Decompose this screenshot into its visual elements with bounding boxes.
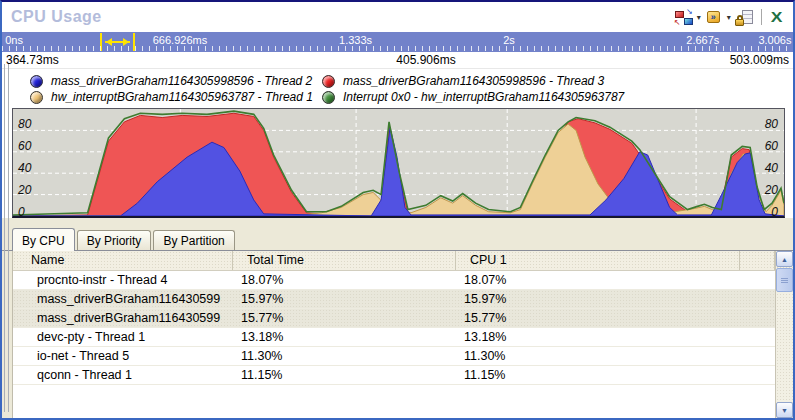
y-tick-label: 40 [765, 162, 778, 174]
cell-empty [740, 290, 775, 308]
y-tick-label: 20 [765, 184, 778, 196]
table-scrollbar[interactable]: ▲ ▼ [775, 251, 793, 418]
close-icon[interactable]: X [768, 9, 785, 26]
scroll-thumb[interactable] [776, 268, 793, 292]
y-tick-label: 0 [18, 206, 25, 218]
cell-name: io-net - Thread 5 [13, 347, 233, 365]
y-tick-label: 80 [18, 118, 31, 130]
ruler-tick-label: 2s [503, 34, 515, 46]
legend-item[interactable]: mass_driverBGraham1164305998596 - Thread… [322, 74, 793, 88]
cell-cpu-1: 13.18% [456, 328, 740, 346]
cell-cpu-1: 18.07% [456, 271, 740, 289]
cell-cpu-1: 11.30% [456, 347, 740, 365]
tab-by-partition[interactable]: By Partition [153, 230, 234, 250]
cell-total-time: 11.30% [233, 347, 456, 365]
tab-by-priority[interactable]: By Priority [77, 230, 152, 250]
time-cursor: 405.906ms [396, 53, 455, 67]
ruler-tick-label: 2.667s [686, 34, 719, 46]
time-end: 503.009ms [730, 53, 789, 67]
legend-item[interactable]: Interrupt 0x0 - hw_interruptBGraham11643… [322, 90, 793, 104]
column-header-name[interactable]: Name [13, 251, 233, 270]
y-tick-label: 60 [765, 140, 778, 152]
pane-display-button[interactable]: » [705, 9, 723, 26]
cell-cpu-1: 15.97% [456, 290, 740, 308]
table-row[interactable]: mass_driverBGraham11643059915.97%15.97% [13, 290, 775, 309]
cell-total-time: 15.77% [233, 309, 456, 327]
table-row[interactable]: devc-pty - Thread 113.18%13.18% [13, 328, 775, 347]
y-tick-label: 40 [18, 162, 31, 174]
column-header-total-time[interactable]: Total Time [233, 251, 456, 270]
cell-empty [740, 271, 775, 289]
cell-empty [740, 347, 775, 365]
swap-panes-button[interactable]: ↘ ↖ [675, 9, 693, 26]
table-row[interactable]: mass_driverBGraham11643059915.77%15.77% [13, 309, 775, 328]
toolbar-separator [761, 9, 762, 25]
cpu-table: NameTotal TimeCPU 1procnto-instr - Threa… [13, 251, 775, 418]
legend-label: mass_driverBGraham1164305998596 - Thread… [343, 74, 604, 88]
legend-dot-icon [30, 91, 43, 104]
table-row[interactable]: io-net - Thread 511.30%11.30% [13, 347, 775, 366]
legend-label: Interrupt 0x0 - hw_interruptBGraham11643… [343, 90, 624, 104]
cell-name: mass_driverBGraham116430599 [13, 309, 233, 327]
cpu-usage-view: CPU Usage ↘ ↖ ▾ » ▾ X 0ns666.926ms1.333s [0, 0, 795, 420]
cell-name: mass_driverBGraham116430599 [13, 290, 233, 308]
ruler-tick-label: 0ns [5, 34, 23, 46]
y-tick-label: 20 [18, 184, 31, 196]
legend-label: mass_driverBGraham1164305998596 - Thread… [51, 74, 312, 88]
legend-item[interactable]: hw_interruptBGraham1164305963787 - Threa… [30, 90, 322, 104]
cell-name: procnto-instr - Thread 4 [13, 271, 233, 289]
view-title-bar: CPU Usage ↘ ↖ ▾ » ▾ X [2, 2, 793, 32]
swap-panes-dropdown[interactable]: ▾ [696, 9, 702, 26]
cell-empty [740, 328, 775, 346]
y-tick-label: 80 [765, 118, 778, 130]
y-tick-label: 0 [771, 206, 778, 218]
cell-empty [740, 309, 775, 327]
ruler-tick-label: 1.333s [339, 34, 372, 46]
legend-dot-icon [322, 91, 335, 104]
cell-cpu-1: 15.77% [456, 309, 740, 327]
cell-name: qconn - Thread 1 [13, 366, 233, 384]
y-tick-label: 60 [18, 140, 31, 152]
cell-name: devc-pty - Thread 1 [13, 328, 233, 346]
time-readout-row: 364.73ms 405.906ms 503.009ms [2, 52, 793, 69]
table-header-row: NameTotal TimeCPU 1 [13, 251, 775, 271]
legend: mass_driverBGraham1164305998596 - Thread… [2, 69, 793, 106]
legend-label: hw_interruptBGraham1164305963787 - Threa… [51, 90, 313, 104]
table-row[interactable]: procnto-instr - Thread 418.07%18.07% [13, 271, 775, 290]
table-row[interactable]: qconn - Thread 111.15%11.15% [13, 366, 775, 385]
column-header-cpu-1[interactable]: CPU 1 [456, 251, 740, 270]
breakdown-section: By CPUBy PriorityBy Partition NameTotal … [2, 218, 793, 418]
cell-total-time: 13.18% [233, 328, 456, 346]
legend-dot-icon [30, 75, 43, 88]
legend-item[interactable]: mass_driverBGraham1164305998596 - Thread… [30, 74, 322, 88]
legend-dot-icon [322, 75, 335, 88]
tab-by-cpu[interactable]: By CPU [12, 228, 75, 251]
cell-total-time: 15.97% [233, 290, 456, 308]
pane-display-icon: » [707, 11, 720, 23]
view-title: CPU Usage [11, 8, 102, 26]
usage-chart[interactable]: 002020404060608080 [12, 108, 785, 218]
usage-chart-canvas[interactable] [13, 109, 784, 216]
lock-layout-button[interactable] [735, 9, 753, 26]
tab-bar: By CPUBy PriorityBy Partition [2, 228, 793, 251]
selection-marker[interactable] [100, 33, 135, 51]
ruler-tick-label: 666.926ms [153, 34, 207, 46]
pane-sash[interactable] [4, 64, 9, 412]
pane-display-dropdown[interactable]: ▾ [726, 9, 732, 26]
swap-panes-icon [675, 11, 684, 18]
table-area: NameTotal TimeCPU 1procnto-instr - Threa… [12, 251, 793, 418]
selection-arrow-icon [105, 41, 130, 43]
cell-total-time: 11.15% [233, 366, 456, 384]
view-toolbar: ↘ ↖ ▾ » ▾ X [675, 9, 783, 26]
time-start: 364.73ms [6, 53, 59, 67]
column-header-empty[interactable] [740, 251, 775, 270]
ruler-tick-label: 3.006s [758, 34, 791, 46]
scroll-up-button[interactable]: ▲ [776, 251, 793, 267]
cell-total-time: 18.07% [233, 271, 456, 289]
timeline-ruler[interactable]: 0ns666.926ms1.333s2s2.667s3.006s [2, 32, 793, 52]
scroll-down-button[interactable]: ▼ [776, 402, 793, 418]
cell-cpu-1: 11.15% [456, 366, 740, 384]
cell-empty [740, 366, 775, 384]
scroll-track[interactable] [776, 293, 793, 402]
